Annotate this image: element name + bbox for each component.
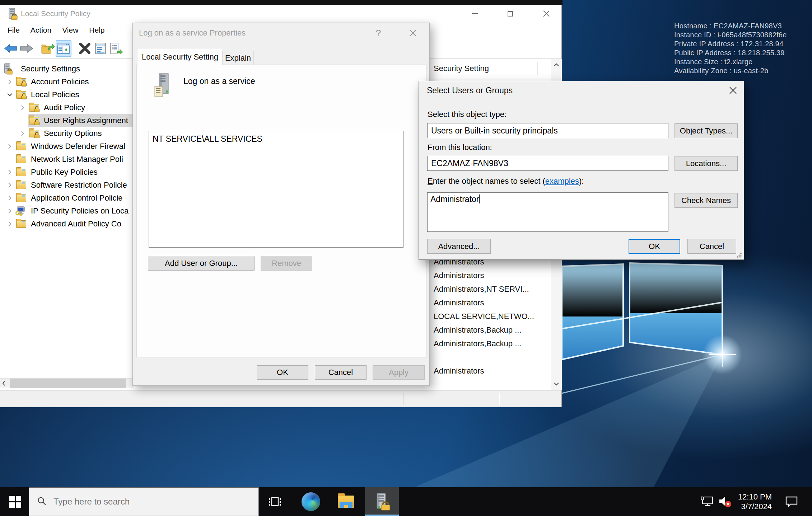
scrollbar-thumb[interactable]: [10, 379, 126, 388]
properties-button[interactable]: [93, 40, 108, 57]
member-item[interactable]: NT SERVICE\ALL SERVICES: [153, 134, 262, 144]
network-status-icon[interactable]: [698, 487, 716, 516]
properties-cancel-button[interactable]: Cancel: [315, 365, 367, 380]
help-icon: ?: [376, 28, 381, 39]
list-row[interactable]: Administrators,Backup ...: [434, 339, 522, 348]
chevron-right-icon[interactable]: [4, 182, 15, 188]
info-private-ip: Private IP Address : 172.31.28.94: [674, 39, 787, 48]
chevron-right-icon[interactable]: [4, 221, 15, 227]
help-button[interactable]: ?: [367, 23, 390, 43]
policy-name: Log on as a service: [183, 76, 255, 86]
delete-button[interactable]: [77, 40, 93, 57]
export-button[interactable]: [40, 40, 56, 57]
resize-grip[interactable]: [737, 253, 742, 258]
chevron-down-icon[interactable]: [4, 93, 15, 97]
taskbar-search[interactable]: [29, 487, 259, 516]
tree-item-advanced-audit-policy[interactable]: Advanced Audit Policy Co: [0, 217, 134, 230]
list-row[interactable]: Administrators: [434, 271, 484, 280]
list-row[interactable]: Administrators,NT SERVI...: [434, 285, 529, 294]
tree-item-user-rights-assignment[interactable]: User Rights Assignment: [0, 114, 134, 127]
export-list-button[interactable]: [108, 40, 124, 57]
tree-item-label: Security Options: [44, 129, 102, 138]
chevron-right-icon[interactable]: [4, 208, 15, 214]
location-field[interactable]: EC2AMAZ-FAN98V3: [427, 156, 668, 171]
properties-ok-button[interactable]: OK: [257, 365, 308, 380]
action-center-button[interactable]: [783, 487, 801, 516]
select-ok-button[interactable]: OK: [629, 239, 680, 254]
tree-item-local-policies[interactable]: Local Policies: [0, 88, 134, 101]
column-divider[interactable]: [537, 62, 538, 75]
chevron-right-icon[interactable]: [4, 169, 15, 175]
tree-item-public-key-policies[interactable]: Public Key Policies: [0, 166, 134, 179]
tree-item-security-settings[interactable]: Security Settings: [0, 62, 134, 75]
search-input[interactable]: [53, 496, 218, 507]
ipsec-policy-icon: [15, 206, 28, 216]
close-button[interactable]: [537, 5, 556, 22]
edge-browser-button[interactable]: [298, 487, 323, 516]
tab-local-security-setting[interactable]: Local Security Setting: [138, 49, 222, 65]
console-tree: Security Settings Account Policies Local…: [0, 62, 134, 230]
tree-item-application-control-policies[interactable]: Application Control Policie: [0, 192, 134, 205]
tree-item-account-policies[interactable]: Account Policies: [0, 75, 134, 88]
menu-view[interactable]: View: [57, 22, 84, 38]
list-row[interactable]: Administrators: [434, 298, 484, 308]
maximize-button[interactable]: [500, 5, 520, 22]
select-cancel-button[interactable]: Cancel: [687, 239, 736, 254]
back-button[interactable]: [3, 40, 19, 57]
button-label: Apply: [389, 368, 409, 377]
show-console-tree-button[interactable]: [56, 40, 71, 57]
list-row[interactable]: LOCAL SERVICE,NETWO...: [434, 312, 534, 321]
tree-item-audit-policy[interactable]: Audit Policy: [0, 101, 134, 114]
object-type-field[interactable]: Users or Built-in security principals: [427, 123, 668, 138]
column-header-security-setting[interactable]: Security Setting: [434, 59, 489, 78]
chevron-right-icon[interactable]: [4, 79, 15, 85]
forward-button[interactable]: [19, 40, 34, 57]
tab-explain[interactable]: Explain: [222, 51, 254, 65]
tree-item-ip-security-policies[interactable]: IP Security Policies on Loca: [0, 205, 134, 217]
scroll-left-icon[interactable]: [0, 379, 7, 388]
tree-item-network-list-manager[interactable]: Network List Manager Poli: [0, 153, 134, 166]
volume-muted-icon[interactable]: [717, 487, 734, 516]
check-names-button[interactable]: Check Names: [675, 193, 738, 208]
members-listbox[interactable]: NT SERVICE\ALL SERVICES: [149, 131, 403, 248]
taskbar-clock[interactable]: 12:10 PM 3/7/2024: [732, 487, 772, 516]
dialog-close-button[interactable]: [401, 23, 424, 43]
close-icon: [729, 86, 737, 94]
dialog-close-button[interactable]: [722, 81, 745, 100]
tree-item-software-restriction-policies[interactable]: Software Restriction Policie: [0, 179, 134, 192]
minimize-button[interactable]: [465, 5, 485, 22]
object-names-input[interactable]: Administrator: [427, 192, 668, 232]
tree-horizontal-scrollbar[interactable]: [0, 378, 134, 388]
menu-help[interactable]: Help: [84, 22, 110, 38]
object-types-button[interactable]: Object Types...: [675, 123, 738, 138]
chevron-right-icon[interactable]: [4, 144, 15, 149]
tab-label: Local Security Setting: [142, 52, 218, 62]
tree-item-windows-defender-firewall[interactable]: Windows Defender Firewal: [0, 140, 134, 153]
chevron-right-icon[interactable]: [4, 195, 15, 201]
advanced-button[interactable]: Advanced...: [427, 239, 491, 254]
file-explorer-button[interactable]: [333, 487, 359, 516]
chevron-right-icon[interactable]: [17, 131, 28, 136]
task-view-button[interactable]: [262, 487, 288, 516]
chevron-right-icon[interactable]: [17, 105, 28, 111]
menu-file[interactable]: File: [2, 22, 25, 38]
properties-apply-button: Apply: [373, 365, 425, 380]
tree-item-security-options[interactable]: Security Options: [0, 127, 134, 140]
examples-link[interactable]: examples: [545, 177, 579, 186]
list-row[interactable]: Administrators,Backup ...: [434, 325, 522, 335]
list-row[interactable]: Administrators: [434, 366, 484, 376]
scroll-up-icon[interactable]: [551, 59, 562, 71]
menu-action[interactable]: Action: [25, 22, 57, 38]
add-user-or-group-button[interactable]: Add User or Group...: [148, 256, 255, 271]
start-button[interactable]: [5, 487, 25, 516]
scroll-down-icon[interactable]: [551, 378, 562, 390]
label-text: nter the object names to select (: [433, 177, 545, 186]
clock-time: 12:10 PM: [738, 492, 772, 502]
local-security-policy-taskbar-button[interactable]: [365, 487, 399, 516]
info-availability-zone: Availability Zone : us-east-2b: [674, 66, 787, 75]
dialog-title: Select Users or Groups: [427, 81, 513, 100]
locations-button[interactable]: Locations...: [675, 156, 738, 171]
title-bar[interactable]: Local Security Policy: [0, 5, 561, 22]
object-names-value: Administrator: [430, 194, 479, 204]
clock-date: 3/7/2024: [741, 502, 772, 511]
